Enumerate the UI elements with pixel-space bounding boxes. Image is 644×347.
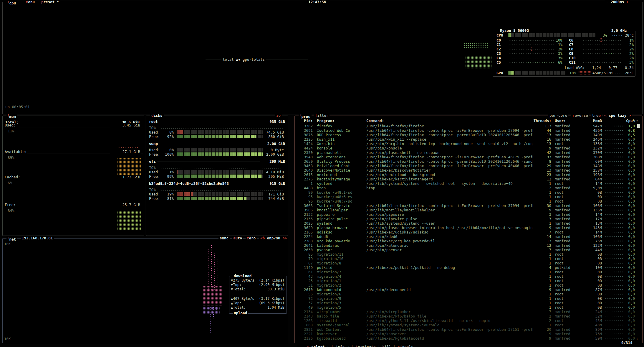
disk-usage-value: 0 Byte — [260, 148, 284, 152]
core-graph-accent — [604, 39, 615, 41]
process-row[interactable]: 668systemd-journal/usr/lib/systemd/syste… — [297, 323, 640, 327]
net-zero-toggle[interactable]: zero — [246, 236, 257, 240]
process-row[interactable]: 90kworker/u48:1-sd1root0B0,0 — [297, 190, 640, 195]
cpu-box-title[interactable]: 1cpu — [6, 0, 17, 5]
disk-size: 935 GiB — [260, 120, 286, 124]
process-row[interactable]: 1424Xorg.bin/usr/bin/Xorg.bin -nolisten … — [297, 142, 640, 146]
update-interval[interactable]: - 2000ms + — [605, 0, 630, 4]
process-row[interactable]: 96kworker/u48:7-sd1root0B0,0 — [297, 199, 640, 203]
terminate-action[interactable]: terminate — [356, 345, 376, 347]
process-row[interactable]: 55migration/61root0B0,0 — [297, 292, 640, 296]
proc-column-headers[interactable]: Pid:Program:Command:Threads:User:MemBCpu… — [297, 119, 640, 123]
process-row[interactable]: 85migration/111root0B0,0 — [297, 252, 640, 256]
process-row[interactable]: 1263firewalld/usr/bin/python3.11 /usr/sb… — [297, 318, 640, 323]
process-row[interactable]: 3540WebExtensions/usr/lib64/firefox/fire… — [297, 155, 640, 159]
process-row[interactable]: 61migration/71root0B0,0 — [297, 270, 640, 274]
cpu-graph-selector[interactable]: total ▲▼ gpu-totals — [221, 57, 266, 62]
proc-per-core-toggle[interactable]: per-core — [548, 114, 568, 118]
process-row[interactable]: 2135pipewire-pulse/usr/bin/pipewire-puls… — [297, 217, 640, 221]
signals-action[interactable]: signals — [398, 345, 413, 347]
mem-box-title[interactable]: 2mem — [6, 114, 17, 119]
disk-usage-bar — [177, 170, 263, 174]
process-row[interactable]: 3468Privileged Cont/usr/lib64/firefox/fi… — [297, 164, 640, 168]
net-interface-selector[interactable]: <b enp7s0 n> — [259, 236, 288, 240]
process-row[interactable]: 4424konsole/usr/bin/konsole9manfred232M0… — [297, 146, 640, 150]
net-scale-top: 10K — [4, 242, 11, 246]
info-action[interactable]: info — [336, 345, 345, 347]
process-row[interactable]: 2126kglobalacceld/usr/libexec/kglobalacc… — [297, 336, 640, 341]
cpu-total-pct: 3% — [597, 33, 607, 37]
proc-tree-toggle[interactable]: tree — [591, 114, 602, 118]
process-row[interactable]: 2225kwin_x11/usr/bin/kwin_x11 --replace1… — [297, 137, 640, 142]
process-row[interactable]: 3650Utility Process/usr/lib64/firefox/fi… — [297, 159, 640, 164]
process-row[interactable]: 2134wireplumber/usr/bin/wireplumber7manf… — [297, 310, 640, 314]
process-row[interactable]: 43migration/41root0B0,0 — [297, 274, 640, 279]
process-row[interactable]: 2630psensor/usr/bin/psensor7manfred44M0,… — [297, 248, 640, 252]
mem-free-label: Free: — [4, 203, 16, 207]
process-row[interactable]: 2375kactivitymanage/usr/libexec/kactivit… — [297, 177, 640, 181]
disk-usage-label: Used: — [149, 130, 160, 134]
upload-speed: ▲ 407 Byte/s(3.17 Kibps) — [231, 297, 284, 301]
disks-box-title[interactable]: disks — [150, 114, 164, 118]
disk-name: swap — [148, 142, 159, 146]
net-auto-toggle[interactable]: auto — [232, 236, 243, 240]
core-pct: 2% — [620, 42, 634, 47]
process-row[interactable]: 2640DiscoverNotifie/usr/libexec/Discover… — [297, 168, 640, 172]
process-row[interactable]: 2165udisksd/usr/libexec/udisks2/udisksd7… — [297, 230, 640, 234]
disk-usage-value: 2.00 GiB — [260, 152, 284, 157]
load-average: Load AVG:1,240,770,34 — [565, 65, 634, 70]
disks-io-mode[interactable]: io — [275, 114, 282, 118]
process-row[interactable]: 2221ksmserver/usr/bin/ksmserver9manfred7… — [297, 332, 640, 336]
upload-title: upload — [233, 311, 248, 315]
core-label: C9 — [569, 51, 573, 56]
process-row[interactable]: 3691Isolated Web Co/usr/lib64/firefox/fi… — [297, 128, 640, 133]
mem-cached-label: Cached: — [4, 175, 21, 179]
select-action[interactable]: select — [311, 345, 325, 347]
proc-sort-selector[interactable]: < cpu lazy > — [603, 114, 632, 118]
process-row[interactable]: 3821Web Content/usr/lib64/firefox/firefo… — [297, 327, 640, 332]
process-row[interactable]: 31migration/21root0B0,0 — [297, 283, 640, 287]
mem-free-value: 25.7 GiB — [110, 203, 141, 207]
process-row[interactable]: 95kworker/u48:6-ev1root0B0,0 — [297, 195, 640, 199]
net-graph-spike — [207, 249, 209, 291]
process-row[interactable]: 37migration/31root0B0,0 — [297, 301, 640, 305]
proc-box-title[interactable]: 4proc — [299, 114, 312, 119]
core-graph — [582, 48, 621, 50]
process-row[interactable]: 3876RDD Process/usr/lib64/firefox/firefo… — [297, 133, 640, 137]
process-row[interactable]: 67migration/81root0B0,0 — [297, 261, 640, 265]
process-row[interactable]: 3506kmozillahelper/usr/lib/mozilla/kmozi… — [297, 208, 640, 212]
core-label: C10 — [569, 56, 576, 60]
process-row[interactable]: 2380org_kde_powerde/usr/libexec/org_kde_… — [297, 239, 640, 243]
process-row[interactable]: 2615nextcloud/usr/bin/nextcloud --backgr… — [297, 172, 640, 177]
process-row[interactable]: 3362firefox/usr/lib64/firefox/firefox113… — [297, 124, 640, 128]
kill-action[interactable]: kill — [382, 345, 391, 347]
process-row[interactable]: 1systemd/usr/lib/systemd/systemd --switc… — [297, 181, 640, 186]
process-row[interactable]: 2610kdeconnectd/usr/bin/kdeconnectd9manf… — [297, 287, 640, 292]
core-label: C2 — [496, 47, 501, 51]
net-graph-spike — [204, 245, 206, 291]
net-box-title[interactable]: 3net — [6, 236, 17, 241]
net-sync-toggle[interactable]: sync — [218, 236, 230, 240]
preset-button[interactable]: preset * — [40, 0, 60, 4]
process-row[interactable]: 2224kded6/usr/bin/kded614manfred106M0,0 — [297, 234, 640, 239]
process-row[interactable]: 3629plasma-browser-/usr/bin/plasma-brows… — [297, 226, 640, 230]
process-row[interactable]: 2143baloo_file/usr/libexec/kf6/baloo_fil… — [297, 314, 640, 318]
process-row[interactable]: 2132pipewire/usr/bin/pipewire3manfred14M… — [297, 212, 640, 217]
process-row[interactable]: 2641kalendarac/usr/bin/kalendarac12manfr… — [297, 243, 640, 248]
process-row[interactable]: 49migration/51root0B0,0 — [297, 305, 640, 310]
proc-reverse-toggle[interactable]: reverse — [571, 114, 589, 118]
process-row[interactable]: 2350plasmashell/usr/bin/plasmashell --no… — [297, 150, 640, 155]
scroll-up-arrow[interactable]: ↑ — [636, 119, 638, 123]
menu-button[interactable]: menu — [25, 0, 36, 4]
process-row[interactable]: 2025systemd/usr/lib/systemd/systemd --us… — [297, 221, 640, 226]
process-row[interactable]: 4488btopbtop2manfred9,0M0,0 — [297, 186, 640, 190]
disk-usage-value: 4.19 MiB — [260, 170, 284, 174]
select-up-key[interactable]: ↑ — [307, 345, 309, 347]
process-row[interactable]: 1149polkitd/usr/libexec/polkit-1/polkitd… — [297, 265, 640, 270]
proc-filter-button[interactable]: filter — [314, 114, 330, 118]
process-row[interactable]: 73migration/91root0B0,0 — [297, 296, 640, 301]
process-row[interactable]: 25migration/11root0B0,0 — [297, 279, 640, 283]
process-row[interactable]: 3663Isolated Servic/usr/lib64/firefox/fi… — [297, 203, 640, 208]
gpu-temp-graph — [611, 72, 622, 74]
process-row[interactable]: 79migration/101root0B0,0 — [297, 256, 640, 261]
